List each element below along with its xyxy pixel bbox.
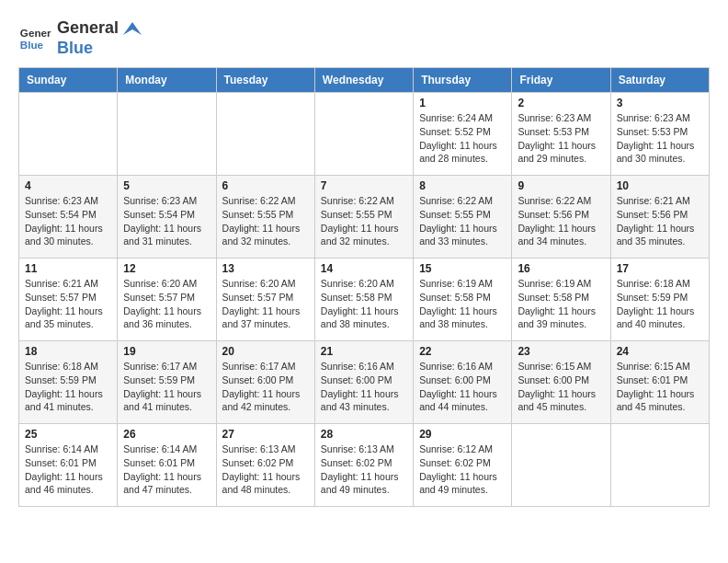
day-number: 6 <box>222 179 309 192</box>
calendar-cell: 5Sunrise: 6:23 AM Sunset: 5:54 PM Daylig… <box>118 176 216 259</box>
day-number: 28 <box>321 428 407 441</box>
day-info: Sunrise: 6:22 AM Sunset: 5:55 PM Dayligh… <box>419 194 506 248</box>
calendar-cell <box>216 93 314 176</box>
calendar-cell: 22Sunrise: 6:16 AM Sunset: 6:00 PM Dayli… <box>414 341 512 424</box>
day-number: 15 <box>419 262 506 275</box>
calendar-cell: 16Sunrise: 6:19 AM Sunset: 5:58 PM Dayli… <box>512 259 610 341</box>
logo-general: General <box>57 18 142 39</box>
day-info: Sunrise: 6:16 AM Sunset: 6:00 PM Dayligh… <box>419 360 506 414</box>
day-number: 23 <box>518 345 604 358</box>
calendar-cell: 17Sunrise: 6:18 AM Sunset: 5:59 PM Dayli… <box>610 259 709 341</box>
logo-bird-icon <box>123 22 142 35</box>
day-number: 16 <box>518 262 604 275</box>
day-number: 27 <box>222 428 309 441</box>
calendar-cell: 18Sunrise: 6:18 AM Sunset: 5:59 PM Dayli… <box>19 341 118 424</box>
calendar-cell: 20Sunrise: 6:17 AM Sunset: 6:00 PM Dayli… <box>216 341 314 424</box>
day-number: 14 <box>321 262 407 275</box>
weekday-header-friday: Friday <box>512 68 610 93</box>
day-info: Sunrise: 6:22 AM Sunset: 5:56 PM Dayligh… <box>518 194 604 248</box>
calendar-table: SundayMondayTuesdayWednesdayThursdayFrid… <box>18 67 710 507</box>
svg-text:General: General <box>20 27 51 39</box>
calendar-cell: 13Sunrise: 6:20 AM Sunset: 5:57 PM Dayli… <box>216 259 314 341</box>
day-info: Sunrise: 6:22 AM Sunset: 5:55 PM Dayligh… <box>321 194 407 248</box>
day-info: Sunrise: 6:18 AM Sunset: 5:59 PM Dayligh… <box>25 360 111 414</box>
day-info: Sunrise: 6:15 AM Sunset: 6:01 PM Dayligh… <box>617 360 703 414</box>
day-info: Sunrise: 6:21 AM Sunset: 5:56 PM Dayligh… <box>617 194 703 248</box>
day-info: Sunrise: 6:23 AM Sunset: 5:53 PM Dayligh… <box>617 111 703 166</box>
calendar-week-row: 1Sunrise: 6:24 AM Sunset: 5:52 PM Daylig… <box>19 93 710 176</box>
day-number: 17 <box>617 262 703 275</box>
calendar-cell <box>314 93 413 176</box>
day-info: Sunrise: 6:15 AM Sunset: 6:00 PM Dayligh… <box>518 360 604 414</box>
day-number: 11 <box>25 262 111 275</box>
day-number: 29 <box>419 428 506 441</box>
day-number: 5 <box>123 179 210 192</box>
calendar-cell: 12Sunrise: 6:20 AM Sunset: 5:57 PM Dayli… <box>118 259 216 341</box>
svg-marker-3 <box>123 22 142 35</box>
calendar-cell: 6Sunrise: 6:22 AM Sunset: 5:55 PM Daylig… <box>216 176 314 259</box>
day-info: Sunrise: 6:22 AM Sunset: 5:55 PM Dayligh… <box>222 194 309 248</box>
day-info: Sunrise: 6:16 AM Sunset: 6:00 PM Dayligh… <box>321 360 407 414</box>
day-number: 3 <box>617 97 703 109</box>
day-number: 12 <box>123 262 210 275</box>
weekday-header-thursday: Thursday <box>414 68 512 93</box>
calendar-cell: 2Sunrise: 6:23 AM Sunset: 5:53 PM Daylig… <box>512 93 610 176</box>
calendar-cell: 14Sunrise: 6:20 AM Sunset: 5:58 PM Dayli… <box>314 259 413 341</box>
calendar-cell: 28Sunrise: 6:13 AM Sunset: 6:02 PM Dayli… <box>314 424 413 507</box>
calendar-cell: 4Sunrise: 6:23 AM Sunset: 5:54 PM Daylig… <box>19 176 118 259</box>
day-number: 25 <box>25 428 111 441</box>
calendar-cell: 7Sunrise: 6:22 AM Sunset: 5:55 PM Daylig… <box>314 176 413 259</box>
logo-icon: General Blue <box>18 22 51 55</box>
svg-text:Blue: Blue <box>20 38 44 50</box>
day-number: 2 <box>518 97 604 109</box>
day-info: Sunrise: 6:19 AM Sunset: 5:58 PM Dayligh… <box>518 277 604 331</box>
day-info: Sunrise: 6:20 AM Sunset: 5:57 PM Dayligh… <box>123 277 210 331</box>
calendar-cell: 19Sunrise: 6:17 AM Sunset: 5:59 PM Dayli… <box>118 341 216 424</box>
calendar-week-row: 25Sunrise: 6:14 AM Sunset: 6:01 PM Dayli… <box>19 424 710 507</box>
calendar-cell <box>19 93 118 176</box>
day-info: Sunrise: 6:23 AM Sunset: 5:54 PM Dayligh… <box>25 194 111 248</box>
calendar-cell: 23Sunrise: 6:15 AM Sunset: 6:00 PM Dayli… <box>512 341 610 424</box>
calendar-cell: 25Sunrise: 6:14 AM Sunset: 6:01 PM Dayli… <box>19 424 118 507</box>
day-info: Sunrise: 6:18 AM Sunset: 5:59 PM Dayligh… <box>617 277 703 331</box>
calendar-cell <box>118 93 216 176</box>
logo-blue-text: Blue <box>57 39 142 59</box>
day-number: 10 <box>617 179 703 192</box>
day-number: 8 <box>419 179 506 192</box>
calendar-cell: 15Sunrise: 6:19 AM Sunset: 5:58 PM Dayli… <box>414 259 512 341</box>
calendar-cell <box>512 424 610 507</box>
calendar-cell: 8Sunrise: 6:22 AM Sunset: 5:55 PM Daylig… <box>414 176 512 259</box>
calendar-cell: 29Sunrise: 6:12 AM Sunset: 6:02 PM Dayli… <box>414 424 512 507</box>
day-number: 24 <box>617 345 703 358</box>
calendar-week-row: 18Sunrise: 6:18 AM Sunset: 5:59 PM Dayli… <box>19 341 710 424</box>
day-info: Sunrise: 6:20 AM Sunset: 5:58 PM Dayligh… <box>321 277 407 331</box>
calendar-cell <box>610 424 709 507</box>
calendar-cell: 10Sunrise: 6:21 AM Sunset: 5:56 PM Dayli… <box>610 176 709 259</box>
day-info: Sunrise: 6:20 AM Sunset: 5:57 PM Dayligh… <box>222 277 309 331</box>
day-number: 21 <box>321 345 407 358</box>
calendar-cell: 26Sunrise: 6:14 AM Sunset: 6:01 PM Dayli… <box>118 424 216 507</box>
calendar-cell: 9Sunrise: 6:22 AM Sunset: 5:56 PM Daylig… <box>512 176 610 259</box>
day-info: Sunrise: 6:23 AM Sunset: 5:53 PM Dayligh… <box>518 111 604 166</box>
day-info: Sunrise: 6:17 AM Sunset: 6:00 PM Dayligh… <box>222 360 309 414</box>
day-info: Sunrise: 6:19 AM Sunset: 5:58 PM Dayligh… <box>419 277 506 331</box>
weekday-header-saturday: Saturday <box>610 68 709 93</box>
day-number: 22 <box>419 345 506 358</box>
calendar-week-row: 4Sunrise: 6:23 AM Sunset: 5:54 PM Daylig… <box>19 176 710 259</box>
logo: General Blue General Blue <box>18 18 142 58</box>
day-info: Sunrise: 6:14 AM Sunset: 6:01 PM Dayligh… <box>25 442 111 497</box>
day-info: Sunrise: 6:13 AM Sunset: 6:02 PM Dayligh… <box>222 442 309 497</box>
day-info: Sunrise: 6:23 AM Sunset: 5:54 PM Dayligh… <box>123 194 210 248</box>
weekday-header-wednesday: Wednesday <box>314 68 413 93</box>
weekday-header-monday: Monday <box>118 68 216 93</box>
day-number: 4 <box>25 179 111 192</box>
calendar-cell: 27Sunrise: 6:13 AM Sunset: 6:02 PM Dayli… <box>216 424 314 507</box>
calendar-week-row: 11Sunrise: 6:21 AM Sunset: 5:57 PM Dayli… <box>19 259 710 341</box>
day-number: 18 <box>25 345 111 358</box>
day-info: Sunrise: 6:14 AM Sunset: 6:01 PM Dayligh… <box>123 442 210 497</box>
day-info: Sunrise: 6:17 AM Sunset: 5:59 PM Dayligh… <box>123 360 210 414</box>
day-number: 13 <box>222 262 309 275</box>
page-header: General Blue General Blue <box>18 18 710 58</box>
day-info: Sunrise: 6:24 AM Sunset: 5:52 PM Dayligh… <box>419 111 506 166</box>
calendar-cell: 1Sunrise: 6:24 AM Sunset: 5:52 PM Daylig… <box>414 93 512 176</box>
